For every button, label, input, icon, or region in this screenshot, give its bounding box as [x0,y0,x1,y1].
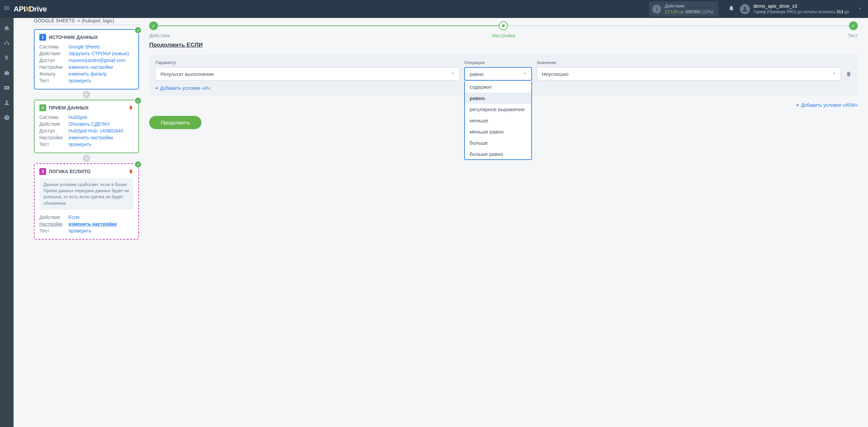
step-test[interactable]: Тест [848,21,858,38]
source-system-link[interactable]: Google Sheets [68,44,100,49]
dest-action-link[interactable]: Обновить СДЕЛКУ [68,121,110,127]
actions-counter-badge[interactable]: i Действия: 22'133 из 100'000 (22%) [649,1,718,17]
add-step-button[interactable]: + [83,91,90,98]
nav-home-icon[interactable] [0,21,14,35]
add-and-condition-link[interactable]: +Добавить условие «И» [155,85,210,91]
flow-sidebar: GOOGLE SHEETS -> (hubspot, logic) ✓ 1ИСТ… [14,18,149,427]
nav-billing-icon[interactable] [0,51,14,65]
chevron-down-icon [832,71,836,77]
avatar [740,4,750,14]
section-title: Продолжить ЕСЛИ [149,42,858,48]
hamburger-menu-button[interactable] [0,5,14,13]
dest-settings-link[interactable]: изменить настройки [68,135,113,140]
main-content: Действие Настройки Тест Продолжить ЕСЛИ … [149,18,868,427]
dropdown-option[interactable]: меньше [465,115,531,126]
value-label: Значение [537,60,841,65]
param-label: Параметр [155,60,459,65]
continue-button[interactable]: Продолжить [149,116,201,129]
nav-help-icon[interactable] [0,111,14,124]
delete-card-button[interactable] [128,168,134,175]
card-destination: ✓ 2ПРИЕМ ДАННЫХ СистемаHubSpot ДействиеО… [34,100,139,153]
dropdown-option[interactable]: содержит [465,81,531,93]
card-source: ✓ 1ИСТОЧНИК ДАННЫХ СистемаGoogle Sheets … [34,29,139,89]
remove-condition-button[interactable] [846,67,852,81]
nav-video-icon[interactable] [0,81,14,95]
card-logic: ✓ 3ЛОГИКА ЕСЛИ/ТО Данное условие сработа… [34,163,139,240]
dropdown-option[interactable]: больше равно [465,148,531,160]
parameter-select[interactable]: Результат выполнения [155,67,459,81]
source-test-link[interactable]: проверить [68,78,92,83]
logic-info-text: Данное условие сработает, если в блоке П… [39,178,134,210]
chevron-up-icon [522,71,527,77]
user-menu[interactable]: demo_apix_drive_s3 Тариф |Премиум PRO| д… [740,3,849,15]
operation-select[interactable]: равно содержит равно регулярное выражени… [464,67,532,81]
dropdown-option[interactable]: меньше равно [465,126,531,137]
info-icon: i [652,5,661,14]
chevron-down-icon [450,71,455,77]
actions-label: Действия: [665,3,713,9]
nav-connections-icon[interactable] [0,36,14,50]
source-settings-link[interactable]: изменить настройки [68,64,113,70]
chevron-down-icon[interactable] [857,6,863,12]
operation-dropdown: содержит равно регулярное выражение мень… [464,81,532,160]
condition-panel: Параметр Результат выполнения Операция р… [149,55,858,96]
side-nav-rail [0,18,14,427]
source-action-link[interactable]: Загрузить СТРОКИ (новые) [68,51,129,56]
check-icon: ✓ [134,97,142,104]
logic-action-link[interactable]: Если [68,215,79,220]
logic-test-link[interactable]: проверить [68,228,92,233]
add-step-button[interactable]: + [83,155,90,162]
nav-briefcase-icon[interactable] [0,66,14,80]
stepper: Действие Настройки Тест [149,21,858,42]
plan-info: Тариф |Премиум PRO| до оплаты осталось 3… [753,9,849,15]
dropdown-option[interactable]: регулярное выражение [465,104,531,115]
dropdown-option[interactable]: равно [465,93,531,104]
source-access-link[interactable]: maverickandrii@gmail.com [68,58,125,63]
logic-settings-link[interactable]: изменить настройки [68,221,117,227]
value-select[interactable]: Неуспешно [537,67,841,81]
step-action[interactable]: Действие [149,21,170,38]
step-settings[interactable]: Настройки [492,21,515,38]
dest-test-link[interactable]: проверить [68,142,92,147]
user-name: demo_apix_drive_s3 [753,3,849,9]
check-icon: ✓ [134,161,142,168]
source-filter-link[interactable]: изменить фильтр [68,71,107,77]
nav-profile-icon[interactable] [0,96,14,109]
dest-access-link[interactable]: HubSpot Hub: 143801645 [68,128,123,134]
dropdown-option[interactable]: пустое [465,160,531,160]
flow-title: GOOGLE SHEETS -> (hubspot, logic) [34,18,139,25]
operation-label: Операция [464,60,532,65]
delete-card-button[interactable] [128,105,134,111]
dropdown-option[interactable]: больше [465,137,531,148]
logo[interactable]: APIXDrive [14,5,47,14]
dest-system-link[interactable]: HubSpot [68,115,87,120]
check-icon: ✓ [134,26,142,34]
notifications-bell-icon[interactable] [728,5,734,13]
top-header: APIXDrive i Действия: 22'133 из 100'000 … [0,0,868,18]
